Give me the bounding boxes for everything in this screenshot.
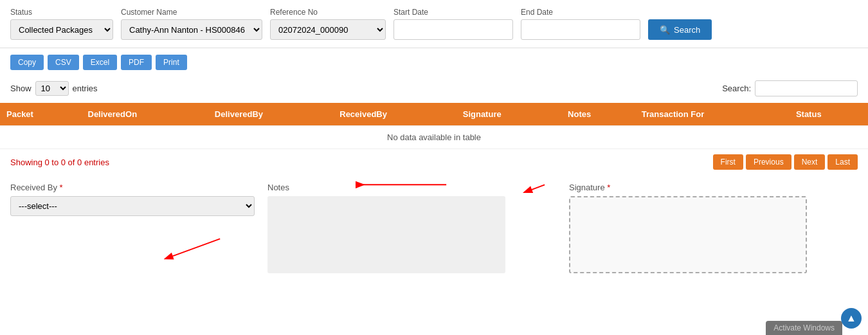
col-packet: Packet <box>0 103 82 126</box>
received-by-label: Received By * <box>10 183 255 192</box>
col-notes: Notes <box>561 103 635 126</box>
table-search-input[interactable] <box>755 80 858 96</box>
received-by-col: Received By * ---select--- <box>10 183 255 273</box>
last-button[interactable]: Last <box>827 154 858 170</box>
col-deliveredon: DeliveredOn <box>82 103 208 126</box>
signature-box[interactable] <box>569 196 807 273</box>
col-transaction-for: Transaction For <box>635 103 790 126</box>
refno-field: Reference No 02072024_000090 <box>270 8 386 40</box>
table-search: Search: <box>722 80 858 96</box>
print-button[interactable]: Print <box>156 55 187 70</box>
search-icon: 🔍 <box>660 25 670 35</box>
form-section: Received By * ---select--- Notes Signatu… <box>0 175 868 273</box>
status-select[interactable]: Collected Packages <box>10 19 113 40</box>
customer-select[interactable]: Cathy-Ann Nanton - HS000846 <box>121 19 262 40</box>
table-header-row: Packet DeliveredOn DeliveredBy ReceivedB… <box>0 103 868 126</box>
pagination-row: Showing 0 to 0 of 0 entries First Previo… <box>0 149 868 175</box>
startdate-input[interactable]: Jul/01/2024 <box>393 19 513 40</box>
entries-row: Show 10 25 50 100 entries Search: <box>0 77 868 100</box>
enddate-input[interactable]: Jul/02/2024 <box>521 19 640 40</box>
refno-select[interactable]: 02072024_000090 <box>270 19 386 40</box>
received-by-required: * <box>60 183 63 192</box>
status-field: Status Collected Packages <box>10 8 113 40</box>
notes-label: Notes <box>267 183 556 192</box>
notes-textarea[interactable] <box>267 196 505 273</box>
signature-col: Signature * <box>569 183 858 273</box>
startdate-field: Start Date Jul/01/2024 <box>393 8 513 40</box>
copy-button[interactable]: Copy <box>10 55 44 70</box>
customer-field: Customer Name Cathy-Ann Nanton - HS00084… <box>121 8 262 40</box>
notes-col: Notes <box>267 183 556 273</box>
csv-button[interactable]: CSV <box>48 55 79 70</box>
status-label: Status <box>10 8 113 17</box>
no-data-row: No data available in table <box>0 126 868 149</box>
next-button[interactable]: Next <box>794 154 826 170</box>
export-toolbar: Copy CSV Excel PDF Print <box>0 48 868 77</box>
showing-text: Showing 0 to 0 of 0 entries <box>10 158 109 167</box>
pdf-button[interactable]: PDF <box>121 55 152 70</box>
customer-label: Customer Name <box>121 8 262 17</box>
previous-button[interactable]: Previous <box>746 154 791 170</box>
first-button[interactable]: First <box>713 154 743 170</box>
show-entries: Show 10 25 50 100 entries <box>10 81 98 96</box>
col-signature: Signature <box>457 103 561 126</box>
received-by-select[interactable]: ---select--- <box>10 196 255 216</box>
signature-label: Signature * <box>569 183 858 192</box>
search-label: Search: <box>722 84 751 93</box>
enddate-field: End Date Jul/02/2024 <box>521 8 640 40</box>
col-receivedby: ReceivedBy <box>333 103 456 126</box>
col-deliveredby: DeliveredBy <box>208 103 333 126</box>
main-table: Packet DeliveredOn DeliveredBy ReceivedB… <box>0 103 868 149</box>
refno-label: Reference No <box>270 8 386 17</box>
enddate-label: End Date <box>521 8 640 17</box>
pagination-buttons: First Previous Next Last <box>713 154 858 170</box>
top-bar: Status Collected Packages Customer Name … <box>0 0 868 48</box>
entries-label: entries <box>73 84 98 93</box>
excel-button[interactable]: Excel <box>83 55 117 70</box>
startdate-label: Start Date <box>393 8 513 17</box>
show-label: Show <box>10 84 32 93</box>
no-data-cell: No data available in table <box>0 126 868 149</box>
signature-required: * <box>607 183 610 192</box>
entries-select[interactable]: 10 25 50 100 <box>35 81 69 96</box>
col-status: Status <box>790 103 868 126</box>
search-button[interactable]: 🔍 Search <box>648 19 712 40</box>
